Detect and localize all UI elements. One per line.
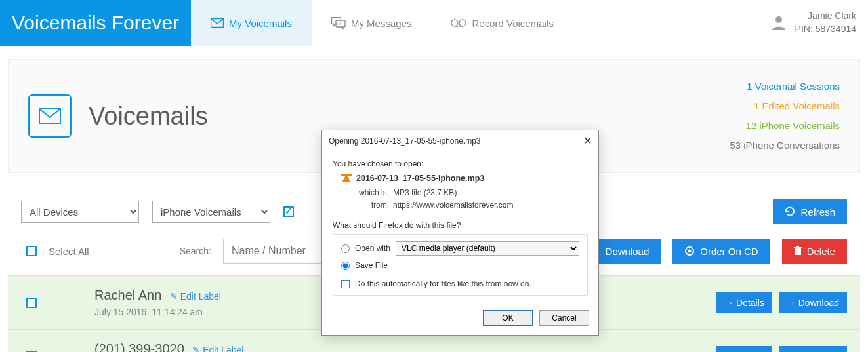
download-dialog: Opening 2016-07-13_17-05-55-iphone.mp3 ✕… (321, 130, 599, 336)
stat-iphone-conv[interactable]: 53 iPhone Conversations (730, 136, 840, 155)
svg-point-4 (459, 20, 466, 26)
auto-checkbox[interactable] (341, 280, 350, 288)
stat-sessions[interactable]: 1 Voicemail Sessions (730, 77, 840, 96)
mail-icon (39, 108, 61, 124)
dialog-title: Opening 2016-07-13_17-05-55-iphone.mp3 (329, 136, 481, 146)
cancel-button[interactable]: Cancel (539, 310, 589, 326)
trash-icon (794, 246, 802, 256)
select-all-label: Select All (49, 246, 89, 257)
order-cd-button[interactable]: Order On CD (672, 239, 770, 264)
vlc-icon (342, 174, 351, 182)
delete-button[interactable]: Delete (782, 239, 847, 264)
edit-label-link[interactable]: ✎ Edit Label (170, 291, 221, 302)
save-file-label: Save File (355, 261, 388, 270)
row-name: (201) 399-3020 (94, 342, 184, 352)
app-select[interactable]: VLC media player (default) (396, 241, 579, 256)
svg-point-3 (451, 20, 458, 26)
refresh-button[interactable]: Refresh (773, 199, 847, 224)
page-title: Voicemails (89, 102, 208, 130)
search-label: Search: (180, 246, 211, 256)
auto-label: Do this automatically for files like thi… (355, 279, 531, 288)
dialog-filename: 2016-07-13_17-05-55-iphone.mp3 (356, 174, 484, 183)
chat-icon (331, 17, 346, 29)
save-file-radio[interactable] (341, 262, 350, 270)
nav-my-messages[interactable]: My Messages (312, 0, 432, 46)
ok-button[interactable]: OK (483, 310, 533, 326)
row-name: Rachel Ann (94, 288, 161, 303)
record-icon (451, 18, 466, 28)
close-icon[interactable]: ✕ (583, 134, 592, 147)
download-row-button[interactable]: → Download (779, 346, 847, 353)
filter-checkbox[interactable] (283, 206, 294, 217)
refresh-icon (785, 206, 795, 217)
svg-rect-11 (794, 247, 802, 248)
account-area[interactable]: Jamie Clark PIN: 58734914 (770, 0, 868, 46)
download-row-button[interactable]: → Download (779, 292, 847, 313)
nav-my-voicemails[interactable]: My Voicemails (191, 0, 312, 46)
dialog-question: What should Firefox do with this file? (333, 221, 588, 230)
open-with-radio[interactable] (341, 244, 350, 253)
top-nav: Voicemails Forever My Voicemails My Mess… (0, 0, 868, 46)
mail-icon (211, 18, 224, 28)
svg-rect-12 (796, 246, 799, 247)
type-select[interactable]: iPhone Voicemails (152, 201, 270, 223)
svg-point-9 (689, 250, 691, 252)
dialog-titlebar: Opening 2016-07-13_17-05-55-iphone.mp3 ✕ (322, 130, 598, 151)
cd-icon (684, 246, 695, 256)
avatar-icon (770, 14, 787, 31)
select-all-checkbox[interactable] (26, 246, 37, 256)
device-select[interactable]: All Devices (21, 201, 139, 223)
dialog-options: Open with VLC media player (default) Sav… (333, 234, 588, 296)
open-with-label: Open with (355, 244, 390, 253)
details-button[interactable]: → Details (716, 346, 772, 353)
logo[interactable]: Voicemails Forever (0, 0, 191, 46)
row-checkbox[interactable] (26, 298, 37, 308)
row-date: July 15 2016, 11:14:24 am (94, 307, 221, 317)
stat-iphone-vm[interactable]: 12 iPhone Voicemails (730, 116, 840, 136)
account-name: Jamie Clark (795, 10, 856, 23)
svg-rect-10 (795, 248, 801, 255)
nav-record[interactable]: Record Voicemails (431, 0, 573, 46)
stat-edited[interactable]: 1 Edited Voicemails (730, 96, 840, 116)
stats: 1 Voicemail Sessions 1 Edited Voicemails… (730, 77, 840, 155)
account-pin: PIN: 58734914 (795, 23, 856, 36)
details-button[interactable]: → Details (716, 292, 772, 313)
edit-label-link[interactable]: ✎ Edit Label (192, 345, 243, 352)
svg-point-5 (775, 16, 782, 23)
dialog-intro: You have chosen to open: (333, 159, 588, 168)
page-icon (28, 94, 72, 138)
